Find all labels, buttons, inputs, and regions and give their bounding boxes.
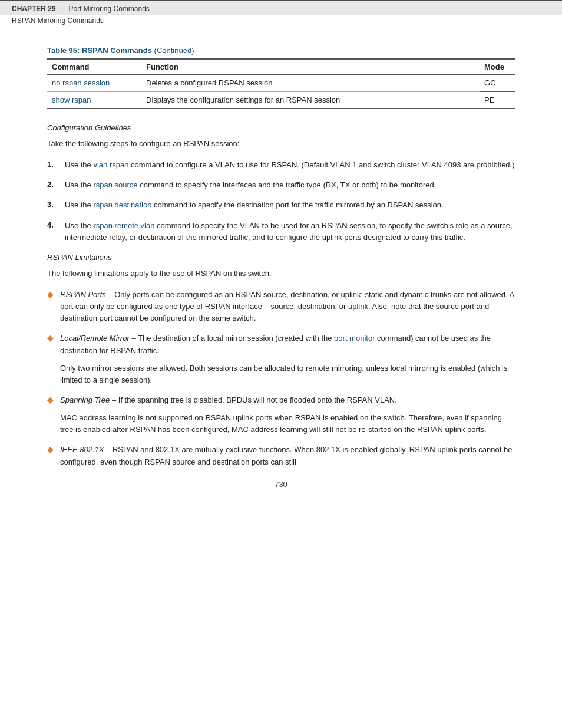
header-sub: RSPAN Mirroring Commands xyxy=(0,15,562,28)
list-item: 2.Use the rspan source command to specif… xyxy=(47,179,515,191)
bullet-term: Spanning Tree xyxy=(60,396,110,404)
bullet-content: IEEE 802.1X – RSPAN and 802.1X are mutua… xyxy=(60,444,515,467)
step-content: Use the vlan rspan command to configure … xyxy=(65,159,515,171)
bullet-content: Local/Remote Mirror – The destination of… xyxy=(60,332,515,386)
command-link[interactable]: no rspan session xyxy=(52,78,110,87)
step-number: 4. xyxy=(47,220,61,229)
bullet-sub-para: MAC address learning is not supported on… xyxy=(60,412,515,436)
table-row: show rspanDisplays the configuration set… xyxy=(47,91,515,108)
list-item: ◆Local/Remote Mirror – The destination o… xyxy=(47,332,515,386)
header-separator: | xyxy=(61,5,63,13)
bullet-content: Spanning Tree – If the spanning tree is … xyxy=(60,394,515,436)
list-item: 3.Use the rspan destination command to s… xyxy=(47,199,515,211)
bullet-diamond-icon: ◆ xyxy=(47,444,60,454)
table-cell-command: no rspan session xyxy=(47,75,141,92)
list-item: 1.Use the vlan rspan command to configur… xyxy=(47,159,515,171)
chapter-label: CHAPTER 29 xyxy=(12,5,56,13)
list-item: ◆RSPAN Ports – Only ports can be configu… xyxy=(47,289,515,324)
table-cell-mode: GC xyxy=(480,75,515,92)
rspan-limitations-heading: RSPAN Limitations xyxy=(47,253,515,262)
bullet-term: Local/Remote Mirror xyxy=(60,334,130,342)
step-link[interactable]: rspan remote vlan xyxy=(93,221,154,230)
bullet-first-para: IEEE 802.1X – RSPAN and 802.1X are mutua… xyxy=(60,445,512,466)
rspan-bullets-list: ◆RSPAN Ports – Only ports can be configu… xyxy=(47,289,515,468)
bullet-link[interactable]: port monitor xyxy=(334,334,375,342)
table-title: Table 95: RSPAN Commands (Continued) xyxy=(47,46,515,55)
bullet-first-para: RSPAN Ports – Only ports can be configur… xyxy=(60,290,514,322)
table-cell-command: show rspan xyxy=(47,91,141,108)
list-item: ◆IEEE 802.1X – RSPAN and 802.1X are mutu… xyxy=(47,444,515,467)
config-guidelines-heading: Configuration Guidelines xyxy=(47,123,515,132)
config-intro: Take the following steps to configure an… xyxy=(47,138,515,150)
step-number: 1. xyxy=(47,159,61,169)
bullet-content: RSPAN Ports – Only ports can be configur… xyxy=(60,289,515,324)
table-title-text: Table 95: RSPAN Commands xyxy=(47,46,152,55)
step-content: Use the rspan destination command to spe… xyxy=(65,199,515,211)
table-header-row: Command Function Mode xyxy=(47,59,515,75)
bullet-first-para: Spanning Tree – If the spanning tree is … xyxy=(60,396,397,404)
bullet-diamond-icon: ◆ xyxy=(47,394,60,404)
step-link[interactable]: rspan source xyxy=(93,180,137,189)
chapter-title: Port Mirroring Commands xyxy=(69,5,150,13)
col-header-command: Command xyxy=(47,59,141,75)
page-number: – 730 – xyxy=(268,480,293,489)
main-content: Table 95: RSPAN Commands (Continued) Com… xyxy=(0,28,562,518)
col-header-function: Function xyxy=(141,59,480,75)
command-link[interactable]: show rspan xyxy=(52,95,91,104)
bullet-diamond-icon: ◆ xyxy=(47,332,60,342)
table-row: no rspan sessionDeletes a configured RSP… xyxy=(47,75,515,92)
bullet-diamond-icon: ◆ xyxy=(47,289,60,299)
step-link[interactable]: rspan destination xyxy=(93,200,151,209)
step-link[interactable]: vlan rspan xyxy=(93,160,128,169)
page-footer: – 730 – xyxy=(47,480,515,495)
step-content: Use the rspan source command to specify … xyxy=(65,179,515,191)
table-cell-function: Displays the configuration settings for … xyxy=(141,91,480,108)
bullet-term: RSPAN Ports xyxy=(60,290,106,299)
header-bar: CHAPTER 29 | Port Mirroring Commands xyxy=(0,0,562,15)
bullet-sub-para: Only two mirror sessions are allowed. Bo… xyxy=(60,363,515,386)
step-content: Use the rspan remote vlan command to spe… xyxy=(65,220,515,243)
commands-table: Command Function Mode no rspan sessionDe… xyxy=(47,58,515,109)
rspan-intro: The following limitations apply to the u… xyxy=(47,268,515,279)
step-number: 3. xyxy=(47,199,61,209)
col-header-mode: Mode xyxy=(480,59,515,75)
table-continued-text: (Continued) xyxy=(154,46,194,55)
table-cell-function: Deletes a configured RSPAN session xyxy=(141,75,480,92)
bullet-first-para: Local/Remote Mirror – The destination of… xyxy=(60,334,491,354)
list-item: ◆Spanning Tree – If the spanning tree is… xyxy=(47,394,515,436)
list-item: 4.Use the rspan remote vlan command to s… xyxy=(47,220,515,243)
table-cell-mode: PE xyxy=(480,91,515,108)
step-number: 2. xyxy=(47,179,61,189)
numbered-steps-list: 1.Use the vlan rspan command to configur… xyxy=(47,159,515,243)
bullet-term: IEEE 802.1X xyxy=(60,445,104,454)
